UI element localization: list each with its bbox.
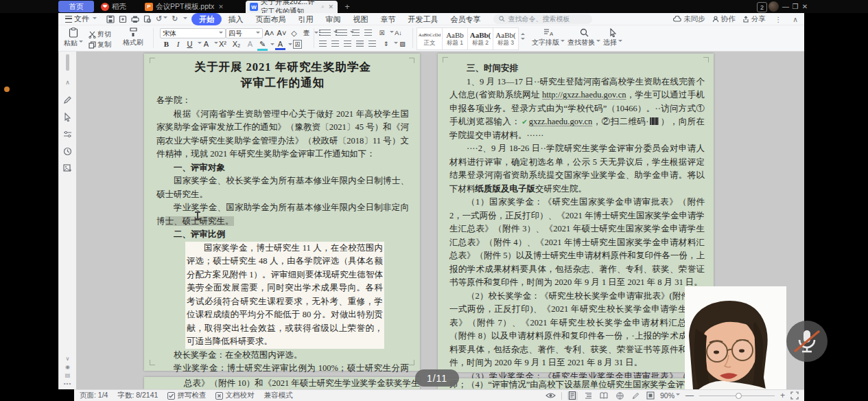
- tab-docer[interactable]: ❤ 稻壳: [97, 1, 138, 12]
- increase-indent-button[interactable]: [364, 30, 372, 36]
- pin-icon[interactable]: ⌕: [321, 3, 324, 10]
- underline-button[interactable]: U: [185, 40, 202, 48]
- text-layout-button[interactable]: A 文字排版: [532, 28, 565, 47]
- justify-button[interactable]: [356, 41, 364, 47]
- italic-button[interactable]: I: [173, 40, 183, 48]
- adjust-settings-tool[interactable]: [62, 128, 73, 139]
- undo-icon[interactable]: ↺: [156, 14, 167, 23]
- menu-tab-review[interactable]: 审阅: [319, 14, 347, 25]
- shrink-font-button[interactable]: A˅: [277, 29, 287, 37]
- share-button[interactable]: 分享: [742, 14, 766, 24]
- cut-button[interactable]: 剪切: [89, 30, 111, 39]
- styles-scroll-buttons[interactable]: [519, 31, 525, 42]
- select-button[interactable]: 选择: [603, 28, 622, 47]
- word-count[interactable]: 字数: 8/2141: [117, 391, 158, 400]
- font-color-button[interactable]: A: [275, 40, 292, 50]
- collapse-ribbon-icon[interactable]: ∧: [790, 15, 800, 23]
- export-image-tool[interactable]: [62, 163, 73, 174]
- paste-button[interactable]: 粘贴: [64, 27, 83, 48]
- tab-close-icon[interactable]: ✕: [328, 3, 333, 10]
- vertical-scrollbar-thumb[interactable]: [66, 54, 69, 71]
- grow-font-button[interactable]: A˄: [264, 29, 274, 37]
- zoom-level[interactable]: 90%: [660, 391, 680, 400]
- format-painter-button[interactable]: 格式刷: [123, 27, 143, 47]
- outline-view-button[interactable]: [583, 391, 594, 400]
- tab-ppt-document[interactable]: P 会议PPT模板.pptx ✕: [141, 1, 244, 12]
- menu-tab-dev-tools[interactable]: 开发工具: [401, 14, 444, 25]
- zoom-out-button[interactable]: —: [685, 391, 694, 400]
- page-nav-up-icon[interactable]: ∨: [66, 356, 70, 362]
- save-icon[interactable]: [106, 15, 115, 23]
- menu-tab-page-layout[interactable]: 页面布局: [249, 14, 292, 25]
- command-search-box[interactable]: 查找命令、搜索模板: [493, 14, 592, 24]
- menu-tab-insert[interactable]: 插入: [222, 14, 249, 25]
- doc-proof-toggle[interactable]: 文档校对: [215, 391, 254, 400]
- collaborate-button[interactable]: 协作: [712, 14, 736, 24]
- numbered-list-button[interactable]: [336, 30, 354, 36]
- clear-format-button[interactable]: ◇: [289, 29, 299, 38]
- notification-badge[interactable]: 2: [757, 2, 767, 12]
- export-icon[interactable]: [119, 15, 127, 23]
- tab-word-document-active[interactable]: W 关于开展202...评定工作的通知 ⌕ ✕: [246, 1, 338, 13]
- print-icon[interactable]: [131, 15, 139, 23]
- auto-typeset-button[interactable]: ☒: [377, 30, 394, 36]
- microphone-muted-button[interactable]: [786, 320, 828, 363]
- find-replace-button[interactable]: 查找替换: [567, 28, 600, 47]
- page-nav-dial-icon[interactable]: ◉: [65, 364, 70, 370]
- distribute-button[interactable]: [368, 41, 376, 47]
- web-layout-button[interactable]: [615, 391, 625, 400]
- bullet-list-button[interactable]: [319, 30, 338, 36]
- copy-button[interactable]: 复制: [89, 40, 111, 49]
- align-center-button[interactable]: [331, 41, 339, 47]
- minimize-button[interactable]: —: [781, 1, 790, 12]
- ink-pen-tool[interactable]: [62, 94, 73, 105]
- style-heading-3[interactable]: AaBb( 标题 3: [493, 27, 519, 50]
- phonetic-guide-button[interactable]: 壹: [301, 29, 318, 38]
- decrease-indent-button[interactable]: [352, 30, 360, 36]
- spell-check-toggle[interactable]: 拼写检查: [167, 391, 206, 400]
- style-normal[interactable]: AaBbCcDd 正文: [417, 27, 443, 50]
- eye-protection-icon[interactable]: [546, 392, 556, 399]
- new-tab-button[interactable]: +: [342, 1, 353, 12]
- zoom-slider-thumb[interactable]: [736, 393, 742, 399]
- page-view-button[interactable]: [567, 391, 578, 400]
- tab-close-icon[interactable]: ✕: [218, 3, 224, 10]
- read-mode-button[interactable]: [599, 391, 609, 400]
- menu-tab-section[interactable]: 章节: [374, 14, 401, 25]
- close-button[interactable]: ✕: [800, 1, 810, 12]
- menu-tab-references[interactable]: 引用: [292, 14, 319, 25]
- history-tool[interactable]: [62, 146, 73, 157]
- page-nav-list-icon[interactable]: ▤: [65, 372, 71, 378]
- sync-status[interactable]: 未同步: [673, 14, 705, 24]
- tab-home[interactable]: 首页: [58, 1, 94, 12]
- style-heading-2[interactable]: AaBb( 标题 2: [467, 27, 493, 50]
- sort-button[interactable]: A↓: [393, 30, 403, 36]
- subscript-button[interactable]: X₂: [231, 40, 242, 48]
- font-name-select[interactable]: 宋体: [160, 28, 226, 38]
- customize-quickbar-icon[interactable]: [183, 17, 187, 21]
- file-menu[interactable]: 文件: [58, 14, 102, 24]
- menu-tab-home[interactable]: 开始: [191, 13, 222, 25]
- redo-icon[interactable]: ↻: [172, 14, 178, 23]
- align-right-button[interactable]: [344, 41, 351, 47]
- text-effect-button[interactable]: A: [245, 40, 255, 48]
- bold-button[interactable]: B: [161, 40, 172, 48]
- more-tools-icon[interactable]: •••: [64, 380, 71, 387]
- zoom-slider[interactable]: [699, 396, 775, 396]
- character-style-button[interactable]: A: [201, 40, 218, 48]
- highlight-color-button[interactable]: ✎: [257, 40, 274, 51]
- shading-button[interactable]: ▨: [397, 41, 408, 47]
- select-tool[interactable]: [62, 111, 73, 122]
- user-avatar[interactable]: [769, 1, 779, 12]
- align-left-button[interactable]: [319, 41, 327, 47]
- ink-annotation-button[interactable]: [631, 391, 641, 400]
- font-size-select[interactable]: 四号: [226, 28, 263, 38]
- menu-tab-membership[interactable]: 会员专享: [444, 14, 486, 25]
- menu-tab-view[interactable]: 视图: [347, 14, 374, 25]
- character-border-button[interactable]: 囚: [293, 40, 302, 49]
- fullscreen-icon[interactable]: [790, 391, 799, 400]
- print-preview-icon[interactable]: [143, 15, 152, 23]
- fit-page-icon[interactable]: [646, 391, 655, 400]
- line-spacing-button[interactable]: ⇕: [381, 41, 398, 47]
- restore-button[interactable]: ❐: [790, 1, 800, 12]
